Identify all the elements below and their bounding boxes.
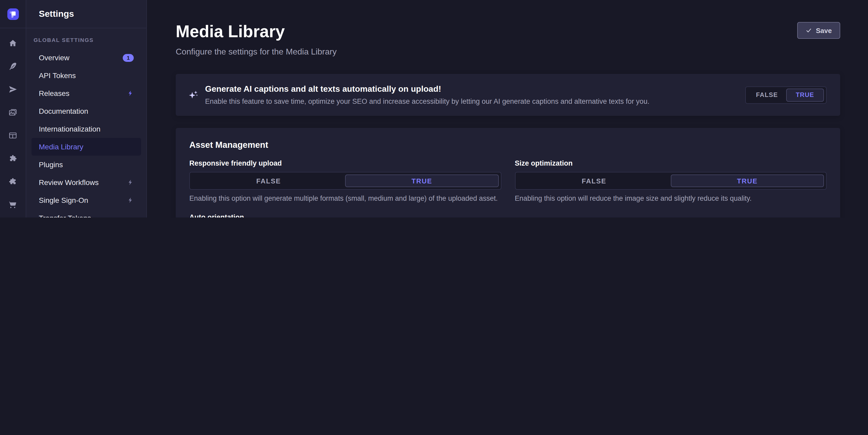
check-icon — [805, 27, 812, 34]
sidebar-item-label: Documentation — [39, 107, 88, 115]
sidebar-item-single-sign-on[interactable]: Single Sign-On — [31, 191, 141, 209]
sidebar-item-label: Review Workflows — [39, 178, 99, 187]
sidebar-item-label: Internationalization — [39, 125, 100, 133]
size-optimization-true-option[interactable]: TRUE — [671, 174, 824, 187]
media-library-icon — [8, 108, 17, 116]
ai-captions-banner: Generate AI captions and alt texts autom… — [176, 74, 840, 116]
sparkle-icon — [188, 90, 198, 100]
sidebar-item-label: Media Library — [39, 142, 83, 151]
save-button[interactable]: Save — [797, 22, 840, 39]
page-title: Media Library — [176, 22, 337, 41]
rail-item-home-icon[interactable] — [0, 31, 26, 55]
field-label: Auto orientation — [189, 213, 501, 218]
sidebar-item-transfer-tokens[interactable]: Transfer Tokens — [31, 209, 141, 218]
sidebar-item-plugins[interactable]: Plugins — [31, 156, 141, 173]
sidebar-item-documentation[interactable]: Documentation — [31, 102, 141, 120]
sidebar-item-internationalization[interactable]: Internationalization — [31, 120, 141, 138]
rail-item-plugins-icon[interactable] — [0, 147, 26, 170]
sidebar-nav: GLOBAL SETTINGSOverview1API TokensReleas… — [26, 28, 146, 218]
icon-rail: 1 RD — [0, 0, 26, 218]
sidebar-item-label: Plugins — [39, 160, 63, 169]
banner-description: Enable this feature to save time, optimi… — [205, 97, 735, 106]
ai-captions-false-option[interactable]: FALSE — [748, 88, 786, 101]
content-manager-icon — [8, 62, 17, 70]
main-content: Media Library Configure the settings for… — [147, 0, 868, 218]
sidebar-item-label: API Tokens — [39, 71, 76, 80]
rail-icon-list: 1 — [0, 28, 26, 218]
settings-sidebar: Settings GLOBAL SETTINGSOverview1API Tok… — [26, 0, 147, 218]
banner-title: Generate AI captions and alt texts autom… — [205, 84, 735, 94]
sidebar-title: Settings — [39, 9, 74, 19]
rail-item-info-icon[interactable] — [0, 216, 26, 218]
size-optimization-toggle: FALSETRUE — [515, 172, 827, 190]
lightning-icon — [127, 179, 134, 186]
ai-captions-toggle: FALSETRUE — [745, 86, 827, 103]
strapi-logo-icon[interactable] — [7, 8, 19, 20]
sidebar-header: Settings — [26, 0, 146, 28]
field-label: Size optimization — [515, 159, 827, 168]
nav-section-label: GLOBAL SETTINGS — [34, 36, 139, 44]
page-header: Media Library Configure the settings for… — [176, 22, 840, 58]
content-type-builder-icon — [8, 131, 17, 140]
field-size-optimization: Size optimizationFALSETRUEEnabling this … — [515, 159, 827, 203]
card-title: Asset Management — [189, 138, 827, 151]
marketplace-icon — [8, 177, 17, 186]
responsive-friendly-upload-false-option[interactable]: FALSE — [192, 174, 345, 187]
rail-item-content-type-builder-icon[interactable] — [0, 124, 26, 147]
ai-captions-true-option[interactable]: TRUE — [786, 88, 824, 101]
purchase-icon — [8, 200, 17, 209]
field-hint: Enabling this option will generate multi… — [189, 194, 501, 203]
sidebar-item-label: Overview — [39, 54, 69, 62]
rail-item-purchase-icon[interactable] — [0, 193, 26, 216]
page-title-block: Media Library Configure the settings for… — [176, 22, 337, 58]
asset-management-card: Asset Management Responsive friendly upl… — [176, 128, 840, 218]
home-icon — [8, 38, 17, 47]
sidebar-item-label: Single Sign-On — [39, 196, 88, 204]
field-hint: Enabling this option will reduce the ima… — [515, 194, 827, 203]
logo-area — [0, 0, 26, 28]
rail-item-releases-icon[interactable] — [0, 77, 26, 101]
rail-item-media-library-icon[interactable] — [0, 101, 26, 124]
releases-icon — [8, 85, 17, 94]
rail-item-marketplace-icon[interactable] — [0, 170, 26, 193]
card-grid: Responsive friendly uploadFALSETRUEEnabl… — [189, 159, 827, 218]
lightning-icon — [127, 197, 134, 203]
sidebar-item-label: Releases — [39, 89, 69, 98]
responsive-friendly-upload-true-option[interactable]: TRUE — [345, 174, 499, 187]
lightning-icon — [127, 90, 134, 96]
sidebar-item-api-tokens[interactable]: API Tokens — [31, 67, 141, 85]
sidebar-item-overview[interactable]: Overview1 — [31, 49, 141, 67]
banner-texts: Generate AI captions and alt texts autom… — [205, 84, 735, 106]
sidebar-item-releases[interactable]: Releases — [31, 85, 141, 102]
sidebar-item-label: Transfer Tokens — [39, 214, 91, 218]
field-auto-orientation: Auto orientationFALSETRUEEnabling this o… — [189, 213, 501, 218]
responsive-friendly-upload-toggle: FALSETRUE — [189, 172, 501, 190]
count-badge: 1 — [123, 54, 134, 62]
size-optimization-false-option[interactable]: FALSE — [517, 174, 671, 187]
nav-section: GLOBAL SETTINGSOverview1API TokensReleas… — [31, 36, 141, 218]
field-label: Responsive friendly upload — [189, 159, 501, 168]
app-window: 1 RD Settings GLOBAL SETTINGSOverview1AP… — [0, 0, 868, 218]
rail-item-content-manager-icon[interactable] — [0, 55, 26, 77]
page-subtitle: Configure the settings for the Media Lib… — [176, 46, 337, 58]
sidebar-item-media-library[interactable]: Media Library — [31, 138, 141, 156]
plugins-icon — [8, 154, 17, 163]
sidebar-item-review-workflows[interactable]: Review Workflows — [31, 173, 141, 191]
save-button-label: Save — [816, 27, 832, 34]
field-responsive-friendly-upload: Responsive friendly uploadFALSETRUEEnabl… — [189, 159, 501, 203]
